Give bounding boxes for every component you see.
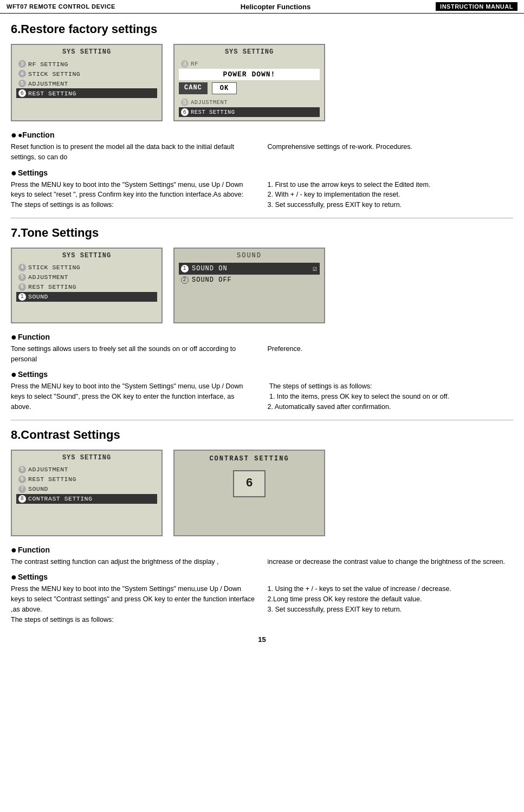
s7-s1-item3: 6REST SETTING [16, 282, 157, 292]
s6-adj: 5ADJUSTMENT [179, 98, 320, 107]
s7-settings-heading: ●Settings [11, 369, 513, 379]
s6-settings-left: Press the MENU key to boot into the "Sys… [11, 180, 257, 210]
s7-func-heading: ●Function [11, 332, 513, 342]
section7-image-row: SYS SETTING 4STICK SETTING 5ADJUSTMENT 6… [11, 248, 513, 323]
section7-screen1: SYS SETTING 4STICK SETTING 5ADJUSTMENT 6… [11, 248, 163, 323]
header-left: WFT07 REMOTE CONTROL DEVICE [7, 3, 115, 10]
s6-s2-rf: 3RF [179, 59, 320, 69]
s6-s2-title: SYS SETTING [179, 48, 320, 56]
section6-screen1: SYS SETTING 3RF SETTING 4STICK SETTING 5… [11, 44, 163, 121]
s7-func-right: Preference. [268, 344, 514, 365]
header-right: INSTRUCTION MANUAL [436, 2, 517, 11]
section7-settings: ●Settings Press the MENU key to boot int… [11, 369, 513, 412]
s7-s2-title: SOUND [179, 252, 320, 259]
s8-s1-item3: 7SOUND [16, 484, 157, 494]
s8-settings-left: Press the MENU key to boot into the "Sys… [11, 584, 257, 625]
section6-image-row: SYS SETTING 3RF SETTING 4STICK SETTING 5… [11, 44, 513, 121]
header-center: Helicopter Functions [241, 3, 310, 11]
page-content: 6.Restore factory settings SYS SETTING 3… [0, 14, 524, 658]
section8-screen2: CONTRAST SETTING 6 [173, 450, 325, 536]
s7-s1-item2: 5ADJUSTMENT [16, 272, 157, 282]
s7-s1-item1: 4STICK SETTING [16, 263, 157, 272]
s6-settings-right: 1. First to use the arrow keys to select… [268, 180, 514, 210]
section8-title: 8.Contrast Settings [11, 428, 513, 442]
s7-s1-item4: 1SOUND [16, 292, 157, 302]
s7-func-text: Tone settings allows users to freely set… [11, 344, 513, 365]
s6-rest: 6REST SETTING [179, 107, 320, 117]
s7-s1-title: SYS SETTING [16, 252, 157, 259]
s7-checkmark: ☑ [313, 264, 318, 273]
s8-s1-item2: 6REST SETTING [16, 475, 157, 484]
s8-s1-item4: 8CONTRAST SETTING [16, 494, 157, 504]
s6-settings-heading: ●Settings [11, 168, 513, 178]
s7-func-left: Tone settings allows users to freely set… [11, 344, 257, 365]
divider-7-8 [11, 420, 513, 420]
s8-contrast-value: 6 [233, 470, 266, 497]
s6-s1-item4: 6REST SETTING [16, 88, 157, 98]
s8-settings-right: 1. Using the + / - keys to set the value… [268, 584, 514, 625]
s7-sound-off: 2SOUND OFF [179, 275, 320, 285]
s8-func-text: The contrast setting function can adjust… [11, 557, 513, 567]
divider-6-7 [11, 218, 513, 218]
section7-title: 7.Tone Settings [11, 226, 513, 240]
s6-settings-text: Press the MENU key to boot into the "Sys… [11, 180, 513, 210]
section8-screen1: SYS SETTING 5ADJUSTMENT 6REST SETTING 7S… [11, 450, 163, 536]
s6-s1-item3: 5ADJUSTMENT [16, 79, 157, 88]
s6-func-text: Reset function is to present the model a… [11, 142, 513, 163]
s6-s1-title: SYS SETTING [16, 48, 157, 56]
s6-func-left: Reset function is to present the model a… [11, 142, 257, 163]
section8-image-row: SYS SETTING 5ADJUSTMENT 6REST SETTING 7S… [11, 450, 513, 536]
section8-function: ●Function The contrast setting function … [11, 545, 513, 567]
s8-s1-item1: 5ADJUSTMENT [16, 465, 157, 475]
section8-settings: ●Settings Press the MENU key to boot int… [11, 572, 513, 625]
s6-s1-item1: 3RF SETTING [16, 59, 157, 69]
s6-canc: CANC [179, 82, 208, 94]
s6-s1-item2: 4STICK SETTING [16, 69, 157, 79]
s8-settings-text: Press the MENU key to boot into the "Sys… [11, 584, 513, 625]
s8-s1-title: SYS SETTING [16, 454, 157, 462]
s6-canc-ok: CANC OK [179, 82, 320, 94]
section6-title: 6.Restore factory settings [11, 22, 513, 36]
s8-func-left: The contrast setting function can adjust… [11, 557, 257, 567]
section7-function: ●Function Tone settings allows users to … [11, 332, 513, 365]
s7-settings-right: The steps of settings is as follows: 1. … [268, 381, 514, 412]
s6-ok: OK [212, 82, 237, 94]
s7-settings-left: Press the MENU key to boot into the "Sys… [11, 381, 257, 412]
s6-func-heading: ●●Function [11, 130, 513, 140]
s8-contrast-title: CONTRAST SETTING [179, 455, 320, 463]
section6-settings: ●Settings Press the MENU key to boot int… [11, 168, 513, 210]
section6-screen2: SYS SETTING 3RF POWER DOWN! CANC OK 5ADJ… [173, 44, 325, 121]
s7-settings-text: Press the MENU key to boot into the "Sys… [11, 381, 513, 412]
s8-settings-heading: ●Settings [11, 572, 513, 582]
section7-screen2: SOUND 1SOUND ON ☑ 2SOUND OFF [173, 248, 325, 323]
s7-sound-on: 1SOUND ON ☑ [179, 263, 320, 275]
s6-func-right: Comprehensive settings of re-work. Proce… [268, 142, 514, 163]
page-number: 15 [11, 635, 513, 649]
s8-func-heading: ●Function [11, 545, 513, 555]
s8-func-right: increase or decrease the contrast value … [268, 557, 514, 567]
section6-function: ●●Function Reset function is to present … [11, 130, 513, 163]
page-header: WFT07 REMOTE CONTROL DEVICE Helicopter F… [0, 0, 524, 14]
s6-power-down-banner: POWER DOWN! [179, 69, 320, 80]
